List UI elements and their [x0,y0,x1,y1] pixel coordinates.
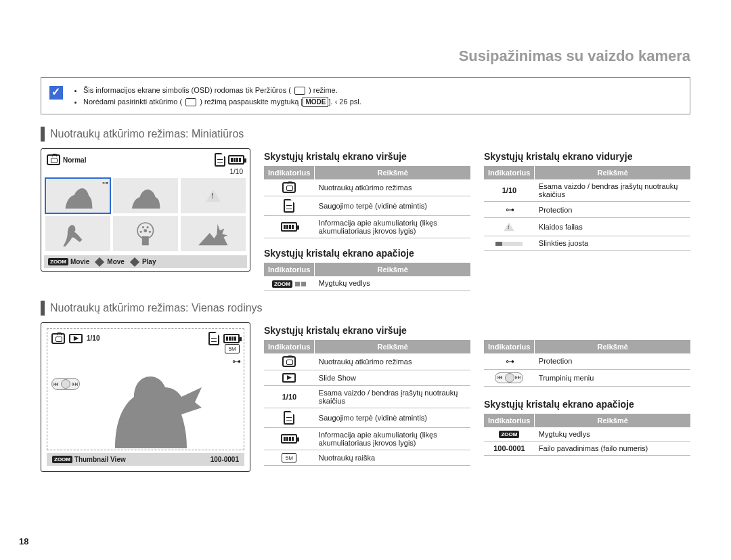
lcd2-count: 1/10 [87,335,99,342]
photo-mode-icon [51,333,65,344]
photo-mode-icon [47,154,60,165]
slideshow-icon [69,334,83,343]
lcd-count: 1/10 [44,168,247,177]
note-list: Šis informacijos ekrane simbolis (OSD) r… [72,85,361,107]
thumbnail-4[interactable] [45,216,110,251]
table-bottom-2: IndikatoriusReikšmė ZOOMMygtukų vedlys 1… [484,414,690,456]
lcd-bottom-bar: ZOOM Movie Move Play [44,255,247,268]
warning-icon [206,190,221,202]
storage-icon [208,332,219,345]
svg-point-3 [149,231,151,233]
thumbnail-3[interactable] [181,178,246,213]
lock-icon [232,356,240,366]
nav-square-icon [295,282,300,286]
zoom-icon: ZOOM [272,280,292,288]
battery-icon [223,334,240,343]
thumbnail-5[interactable] [113,216,178,251]
table-top-1: IndikatoriusReikšmė Nuotraukų atkūrimo r… [264,166,470,238]
shortcut-menu-icon[interactable]: ⏮⏭ [51,378,80,390]
shortcut-menu-icon: ⏮⏭ [495,372,523,383]
resolution-icon: 5M [282,453,296,462]
lcd-single-screen: 1/10 5M ⏮⏭ [41,322,250,473]
mode-key: MODE [303,97,328,107]
storage-icon [284,199,294,213]
play-icon [130,257,139,266]
photo-silhouette [95,353,210,448]
section-singleview: Nuotraukų atkūrimo režimas: Vienas rodin… [41,301,690,316]
nav-square-icon [301,282,306,286]
slideshow-icon [282,373,296,383]
lock-icon [506,356,513,366]
svg-point-5 [147,226,149,228]
battery-icon [281,434,297,444]
svg-point-1 [144,229,148,232]
battery-icon [281,222,297,232]
page-number: 18 [19,536,28,546]
table-top-2: IndikatoriusReikšmė Nuotraukų atkūrimo r… [264,340,470,466]
subhead-bottom-2: Skystųjų kristalų ekrano apačioje [484,399,690,410]
thumbnail-6[interactable] [181,216,246,251]
check-icon [49,86,63,100]
resolution-icon: 5M [225,344,240,353]
note-line-2: Norėdami pasirinkti atkūrimo ( ) režimą … [83,96,361,108]
storage-icon [284,411,294,425]
photo-mode-icon [282,356,296,367]
page-title: Susipažinimas su vaizdo kamera [41,47,690,65]
warning-icon [504,223,514,232]
thumbnail-1[interactable]: ⊶ [45,178,110,213]
move-icon [95,257,104,266]
table-right-top-2: IndikatoriusReikšmė Protection ⏮⏭Trumpin… [484,340,690,387]
lcd2-bottom-bar: ZOOM Thumbnail View 100-0001 [47,453,244,467]
subhead-bottom: Skystųjų kristalų ekrano apačioje [264,248,470,259]
lock-icon [506,204,513,215]
subhead-top-2: Skystųjų kristalų ekrano viršuje [264,325,470,336]
scrollbar-icon [495,242,523,246]
lock-icon: ⊶ [102,179,108,186]
battery-icon [228,155,244,165]
zoom-icon: ZOOM [48,258,68,265]
photo-mode-icon [282,182,296,193]
playback-mode-icon [294,87,305,95]
thumbnail-grid: ⊶ [44,177,247,253]
svg-point-2 [140,231,142,233]
note-box: Šis informacijos ekrane simbolis (OSD) r… [41,77,690,114]
zoom-icon: ZOOM [499,431,519,438]
zoom-icon: ZOOM [52,456,72,463]
playback-mode-icon [185,98,196,106]
note-line-1: Šis informacijos ekrane simbolis (OSD) r… [83,85,361,96]
file-number: 100-0001 [211,456,239,463]
subhead-middle: Skystųjų kristalų ekrano viduryje [484,151,690,162]
subhead-top: Skystųjų kristalų ekrano viršuje [264,151,470,162]
svg-point-4 [142,226,144,228]
table-bottom-1: IndikatoriusReikšmė ZOOM Mygtukų vedlys [264,263,470,291]
storage-icon [215,153,225,167]
lcd-normal-label: Normal [63,156,86,164]
thumbnail-2[interactable] [113,178,178,213]
section-thumbnails: Nuotraukų atkūrimo režimas: Miniatiūros [41,127,690,142]
lcd-thumbnail-screen: Normal 1/10 ⊶ [41,148,250,272]
table-middle: IndikatoriusReikšmė 1/10Esama vaizdo / b… [484,166,690,251]
